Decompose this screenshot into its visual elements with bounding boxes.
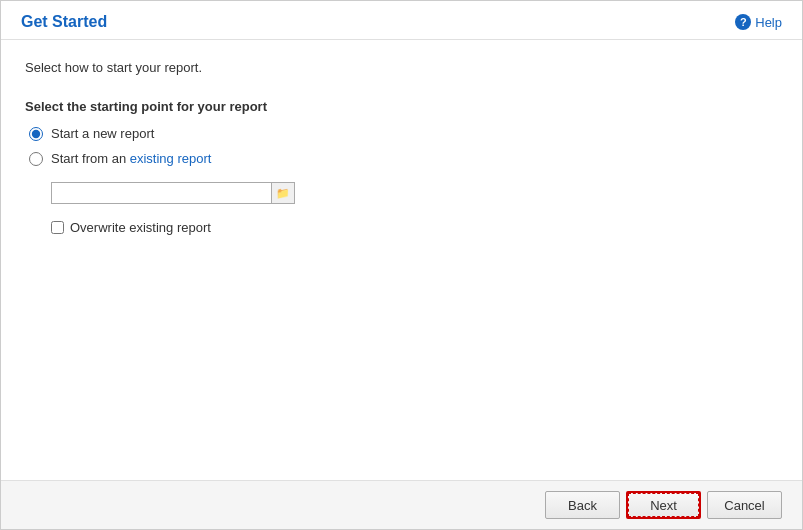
radio-group: Start a new report Start from an existin… xyxy=(29,126,778,235)
report-path-input[interactable] xyxy=(51,182,271,204)
radio-new-report-input[interactable] xyxy=(29,127,43,141)
radio-existing-prefix: Start from an xyxy=(51,151,130,166)
section-label: Select the starting point for your repor… xyxy=(25,99,778,114)
overwrite-label: Overwrite existing report xyxy=(70,220,211,235)
page-subtitle: Select how to start your report. xyxy=(25,60,778,75)
radio-existing-report-label: Start from an existing report xyxy=(51,151,211,166)
footer: Back Next Cancel xyxy=(1,480,802,529)
page-container: Get Started ? Help Select how to start y… xyxy=(0,0,803,530)
main-content: Select how to start your report. Select … xyxy=(1,40,802,480)
radio-existing-link: existing report xyxy=(130,151,212,166)
browse-button[interactable]: 📁 xyxy=(271,182,295,204)
help-link[interactable]: ? Help xyxy=(735,14,782,30)
header: Get Started ? Help xyxy=(1,1,802,40)
help-label: Help xyxy=(755,15,782,30)
back-button[interactable]: Back xyxy=(545,491,620,519)
browse-icon: 📁 xyxy=(276,187,290,200)
radio-new-report-label: Start a new report xyxy=(51,126,154,141)
existing-report-section: 📁 xyxy=(51,182,778,204)
radio-new-report[interactable]: Start a new report xyxy=(29,126,778,141)
overwrite-checkbox[interactable] xyxy=(51,221,64,234)
cancel-button[interactable]: Cancel xyxy=(707,491,782,519)
next-button[interactable]: Next xyxy=(626,491,701,519)
report-input-row: 📁 xyxy=(51,182,778,204)
radio-existing-report-input[interactable] xyxy=(29,152,43,166)
overwrite-row: Overwrite existing report xyxy=(51,220,778,235)
radio-existing-report[interactable]: Start from an existing report xyxy=(29,151,778,166)
help-icon: ? xyxy=(735,14,751,30)
page-title: Get Started xyxy=(21,13,107,31)
